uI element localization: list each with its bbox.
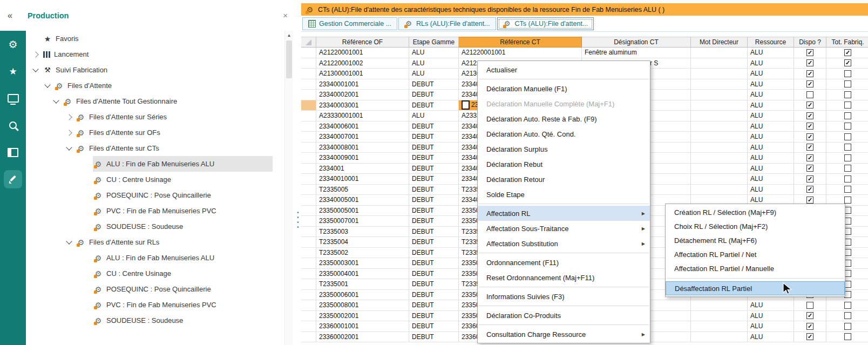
tree-item[interactable]: ⚙SOUDEUSE : Soudeuse xyxy=(26,219,284,234)
etape-gamme-cell[interactable]: DEBUT xyxy=(409,195,459,206)
menu-item[interactable]: Création RL / Sélection (Maj+F9) xyxy=(666,205,845,219)
tot-fabrique-checkbox[interactable] xyxy=(844,333,851,340)
etape-gamme-cell[interactable]: ALU xyxy=(409,58,459,69)
menu-item[interactable]: Informations Suivies (F3) xyxy=(478,289,650,304)
reference-of-cell[interactable]: 2334001 xyxy=(316,164,409,174)
column-header[interactable]: Mot Directeur xyxy=(691,37,748,48)
row-selector[interactable] xyxy=(301,143,316,153)
mot-directeur-cell[interactable] xyxy=(691,321,748,332)
ressource-cell[interactable]: ALU xyxy=(748,143,794,153)
row-selector[interactable] xyxy=(301,100,316,111)
ressource-cell[interactable]: ALU xyxy=(748,100,794,111)
dispo-checkbox[interactable]: ✓ xyxy=(806,123,813,130)
mot-directeur-cell[interactable] xyxy=(691,79,748,90)
menu-item[interactable]: Déclaration Co-Produits xyxy=(478,308,650,323)
tab-cts-alu[interactable]: ⚙ CTs (ALU):File d'attent... xyxy=(497,17,594,30)
ressource-cell[interactable]: ALU xyxy=(748,174,794,185)
row-selector[interactable] xyxy=(301,164,316,174)
reference-of-cell[interactable]: 23340005001 xyxy=(316,195,409,206)
dispo-checkbox[interactable]: ✓ xyxy=(806,323,813,330)
tree-item[interactable]: ⚙ALU : Fin de Fab Menuiseries ALU xyxy=(26,250,284,266)
tree-item[interactable]: ⚙SOUDEUSE : Soudeuse xyxy=(26,313,284,328)
reference-of-cell[interactable]: 23350003001 xyxy=(316,258,409,269)
ressource-cell[interactable]: ALU xyxy=(748,79,794,90)
tot-fabrique-checkbox[interactable] xyxy=(844,70,851,77)
tot-fabrique-checkbox[interactable] xyxy=(844,102,851,109)
collapse-panel-button[interactable]: « xyxy=(8,11,12,21)
menu-item[interactable]: Déclaration Surplus xyxy=(478,141,650,157)
tot-fabrique-checkbox[interactable] xyxy=(844,175,851,182)
row-selector[interactable] xyxy=(301,69,316,79)
row-selector[interactable] xyxy=(301,48,316,58)
row-selector[interactable] xyxy=(301,90,316,100)
chevron-right-icon[interactable] xyxy=(65,113,73,121)
etape-gamme-cell[interactable]: DEBUT xyxy=(409,279,459,290)
ressource-cell[interactable]: ALU xyxy=(748,153,794,164)
dispo-checkbox[interactable]: ✓ xyxy=(806,144,813,151)
etape-gamme-cell[interactable]: DEBUT xyxy=(409,269,459,280)
menu-item[interactable]: Affectation RL Partiel / Net xyxy=(666,247,845,261)
dispo-checkbox[interactable]: ✓ xyxy=(806,186,813,193)
reference-of-cell[interactable]: T2335005 xyxy=(316,185,409,195)
row-selector[interactable] xyxy=(301,300,316,311)
row-selector[interactable] xyxy=(301,153,316,164)
reference-of-cell[interactable]: 23340010001 xyxy=(316,174,409,185)
reference-of-cell[interactable]: 23340003001 xyxy=(316,100,409,111)
menu-item[interactable]: Désaffectation RL Partiel xyxy=(666,281,845,295)
mot-directeur-cell[interactable] xyxy=(691,174,748,185)
dispo-checkbox[interactable]: ✓ xyxy=(806,154,813,161)
etape-gamme-cell[interactable]: DEBUT xyxy=(409,321,459,332)
mot-directeur-cell[interactable] xyxy=(691,121,748,132)
tree-item[interactable]: ⚙Files d'Attente xyxy=(26,78,284,93)
row-selector[interactable] xyxy=(301,321,316,332)
reference-of-cell[interactable]: 23350002001 xyxy=(316,311,409,322)
row-selector[interactable] xyxy=(301,216,316,227)
tree-item[interactable]: ⚙Files d'Attente sur OFs xyxy=(26,125,284,140)
ressource-cell[interactable]: ALU xyxy=(748,132,794,143)
dispo-checkbox[interactable]: ✓ xyxy=(806,333,813,340)
ressource-cell[interactable]: ALU xyxy=(748,311,794,322)
tot-fabrique-checkbox[interactable] xyxy=(844,197,851,204)
mot-directeur-cell[interactable] xyxy=(691,332,748,343)
tot-fabrique-checkbox[interactable] xyxy=(844,186,851,193)
row-selector[interactable] xyxy=(301,206,316,217)
tot-fabrique-checkbox[interactable] xyxy=(844,91,851,98)
column-header[interactable]: Désignation CT xyxy=(582,37,691,48)
column-header[interactable]: Ressource xyxy=(748,37,794,48)
tot-fabrique-checkbox[interactable] xyxy=(844,80,851,87)
row-selector[interactable] xyxy=(301,79,316,90)
dispo-checkbox[interactable] xyxy=(806,91,813,98)
etape-gamme-cell[interactable]: ALU xyxy=(409,69,459,79)
tree-item[interactable]: ⚙POSEQUINC : Pose Quincaillerie xyxy=(26,281,284,297)
menu-item[interactable]: Affectation RL▶ xyxy=(478,206,650,221)
row-selector[interactable] xyxy=(301,111,316,121)
sidebar-item-modules[interactable]: ⚙ xyxy=(0,31,26,58)
tot-fabrique-checkbox[interactable] xyxy=(844,144,851,151)
etape-gamme-cell[interactable]: DEBUT xyxy=(409,100,459,111)
sidebar-item-signature[interactable] xyxy=(0,166,26,193)
mot-directeur-cell[interactable] xyxy=(691,185,748,195)
reference-of-cell[interactable]: T2335001 xyxy=(316,279,409,290)
reference-of-cell[interactable]: 23360001001 xyxy=(316,321,409,332)
menu-item[interactable]: Déclaration Retour xyxy=(478,172,650,187)
menu-item[interactable]: Choix RL / Sélection (Maj+F2) xyxy=(666,219,845,233)
column-header[interactable]: Référence CT xyxy=(459,37,582,48)
row-selector[interactable] xyxy=(301,258,316,269)
ressource-cell[interactable]: ALU xyxy=(748,185,794,195)
reference-of-cell[interactable]: 23340007001 xyxy=(316,132,409,143)
sidebar-item-board[interactable] xyxy=(0,139,26,166)
row-selector[interactable] xyxy=(301,227,316,238)
tree-item[interactable]: ⚙PVC : Fin de Fab Menuiseries PVC xyxy=(26,297,284,313)
mot-directeur-cell[interactable] xyxy=(691,153,748,164)
menu-item[interactable]: Déclaration Rebut xyxy=(478,157,650,172)
tree-item[interactable]: ⚙Files d'Attente sur CTs xyxy=(26,140,284,156)
mot-directeur-cell[interactable] xyxy=(691,90,748,100)
etape-gamme-cell[interactable]: DEBUT xyxy=(409,174,459,185)
etape-gamme-cell[interactable]: DEBUT xyxy=(409,79,459,90)
mot-directeur-cell[interactable] xyxy=(691,164,748,174)
menu-item[interactable]: Détachement RL (Maj+F6) xyxy=(666,233,845,247)
dispo-checkbox[interactable] xyxy=(806,302,813,309)
dispo-checkbox[interactable]: ✓ xyxy=(806,59,813,66)
row-selector[interactable] xyxy=(301,248,316,259)
dispo-checkbox[interactable]: ✓ xyxy=(806,197,813,204)
